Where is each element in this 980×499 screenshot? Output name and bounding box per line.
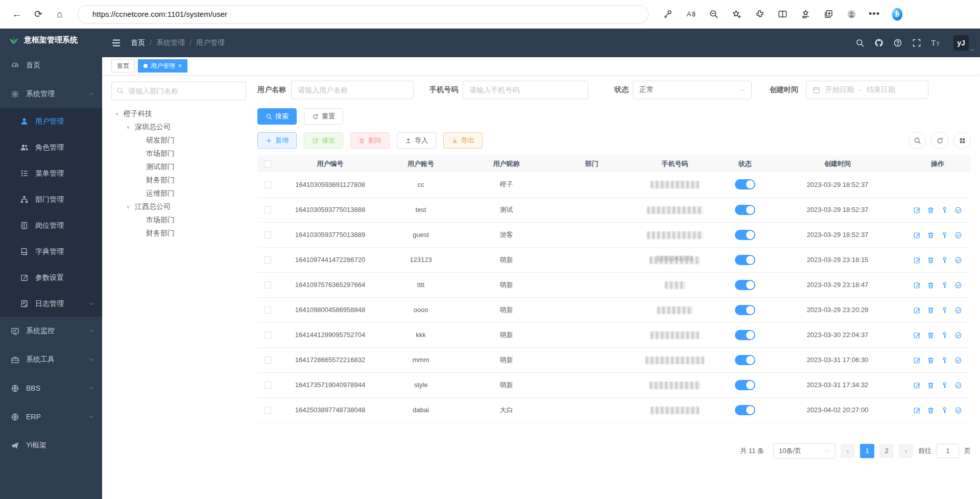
row-checkbox[interactable] [264,382,271,389]
row-action-check-circle-icon[interactable] [954,357,962,364]
collections-icon[interactable] [823,9,834,20]
search-button[interactable]: 搜索 [257,108,297,125]
row-action-trash-icon[interactable] [927,306,935,314]
row-action-key-icon[interactable] [941,306,948,314]
row-action-key-icon[interactable] [941,407,948,414]
status-toggle[interactable] [735,330,755,340]
address-bar[interactable] [78,5,649,23]
新增-button[interactable]: 新增 [257,132,297,149]
goto-page-input[interactable] [937,444,959,458]
sidebar-item-ERP[interactable]: ERP [0,402,102,431]
status-toggle[interactable] [735,179,755,189]
row-checkbox[interactable] [264,181,271,188]
row-checkbox[interactable] [264,357,271,364]
row-action-key-icon[interactable] [941,331,948,339]
row-action-key-icon[interactable] [941,256,948,264]
status-toggle[interactable] [735,305,755,315]
row-checkbox[interactable] [264,331,271,339]
row-action-check-circle-icon[interactable] [954,231,962,239]
caret-down-icon[interactable]: ▾ [127,204,135,210]
tab-首页[interactable]: 首页 [111,59,135,73]
select-all-checkbox[interactable] [264,160,271,168]
status-toggle[interactable] [735,380,755,390]
row-action-check-circle-icon[interactable] [954,256,962,264]
导出-button[interactable]: 导出 [443,132,483,149]
row-action-edit-icon[interactable] [913,281,921,289]
row-action-trash-icon[interactable] [927,231,935,239]
sidebar-item-BBS[interactable]: BBS [0,374,102,402]
split-screen-icon[interactable] [777,9,788,20]
created-date-range-picker[interactable]: 开始日期 - 结束日期 [806,81,928,99]
github-icon[interactable] [874,38,884,48]
app-logo[interactable]: 意框架管理系统 [0,29,102,51]
department-search-input[interactable] [111,82,246,100]
tree-node-市场部门[interactable]: 市场部门 [111,147,246,160]
tree-node-测试部门[interactable]: 测试部门 [111,160,246,174]
status-toggle[interactable] [735,405,755,415]
page-button-2[interactable]: 2 [879,444,894,458]
row-action-key-icon[interactable] [941,231,948,239]
browser-home-button[interactable]: ⌂ [51,6,68,23]
status-toggle[interactable] [735,255,755,265]
row-action-check-circle-icon[interactable] [954,382,962,389]
row-action-edit-icon[interactable] [913,206,921,214]
refresh-circle-button[interactable] [931,132,948,149]
row-action-trash-icon[interactable] [927,331,935,339]
sidebar-item-日志管理[interactable]: 日志管理 [0,291,102,317]
row-action-trash-icon[interactable] [927,382,935,389]
row-checkbox[interactable] [264,281,271,289]
zoom-out-icon[interactable] [708,9,719,20]
tree-node-运维部门[interactable]: 运维部门 [111,187,246,200]
browser-refresh-button[interactable]: ⟳ [30,6,47,23]
tree-node-财务部门[interactable]: 财务部门 [111,227,246,240]
page-size-select[interactable]: 10条/页 [773,443,835,459]
sidebar-item-字典管理[interactable]: 字典管理 [0,239,102,265]
sidebar-item-岗位管理[interactable]: 岗位管理 [0,212,102,239]
profile-icon[interactable] [846,9,857,20]
caret-down-icon[interactable]: ▾ [127,124,135,131]
tree-node-市场部门[interactable]: 市场部门 [111,213,246,227]
breadcrumb-item-首页[interactable]: 首页 [131,38,145,47]
sidebar-item-系统工具[interactable]: 系统工具 [0,345,102,374]
row-action-key-icon[interactable] [941,357,948,364]
tree-node-研发部门[interactable]: 研发部门 [111,134,246,147]
read-aloud-icon[interactable]: A [685,9,696,20]
row-checkbox[interactable] [264,206,271,213]
close-tab-icon[interactable]: × [178,62,182,69]
sidebar-item-系统监控[interactable]: 系统监控 [0,317,102,345]
extensions-icon[interactable] [754,9,765,20]
tree-node-财务部门[interactable]: 财务部门 [111,174,246,187]
breadcrumb-item-系统管理[interactable]: 系统管理 [156,38,185,47]
username-input[interactable] [291,81,414,99]
next-page-button[interactable]: › [899,444,913,458]
status-select[interactable]: 正常 [633,81,752,99]
row-action-check-circle-icon[interactable] [954,407,962,414]
status-toggle[interactable] [735,280,755,290]
reset-button[interactable]: 重置 [304,108,343,125]
row-action-check-circle-icon[interactable] [954,306,962,314]
row-action-edit-icon[interactable] [913,306,921,314]
tree-node-橙子科技[interactable]: ▾橙子科技 [111,107,246,121]
prev-page-button[interactable]: ‹ [841,444,855,458]
fullscreen-icon[interactable] [912,38,922,48]
bing-icon[interactable]: b [892,8,903,21]
row-action-trash-icon[interactable] [927,407,935,414]
导入-button[interactable]: 导入 [397,132,436,149]
sidebar-item-参数设置[interactable]: 参数设置 [0,265,102,291]
row-action-edit-icon[interactable] [913,357,921,364]
favorites-bar-icon[interactable] [800,9,811,20]
sidebar-item-部门管理[interactable]: 部门管理 [0,186,102,212]
bing-icon[interactable]: b [892,9,903,20]
row-action-check-circle-icon[interactable] [954,331,962,339]
row-checkbox[interactable] [264,256,271,264]
row-action-trash-icon[interactable] [927,256,935,264]
row-action-check-circle-icon[interactable] [954,206,962,214]
sidebar-item-菜单管理[interactable]: 菜单管理 [0,160,102,186]
sidebar-item-系统管理[interactable]: 系统管理 [0,80,102,108]
row-action-edit-icon[interactable] [913,331,921,339]
search-icon[interactable] [855,38,865,48]
row-action-trash-icon[interactable] [927,206,935,214]
user-avatar-logo[interactable]: yJ [953,35,969,51]
status-toggle[interactable] [735,230,755,240]
row-action-edit-icon[interactable] [913,407,921,414]
